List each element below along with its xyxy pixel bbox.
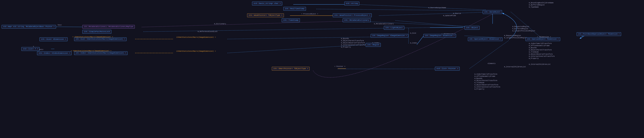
node-std-map[interactable]: std::map< std::string, MetaDataObjectBas… — [2, 25, 56, 29]
svg-text:m_ObjectParentTransform: m_ObjectParentTransform — [474, 80, 497, 81]
svg-text:keys: keys — [58, 24, 62, 26]
node-itk-spatialobject-vd[interactable]: itk::SpatialObject< VDimension > — [468, 37, 502, 41]
svg-text:m_InternalChildrenList: m_InternalChildrenList — [529, 64, 550, 65]
node-itk-weakpointer-tobj[interactable]: itk::WeakPointer< TObjectType > — [247, 13, 284, 17]
svg-text:m_SourceOutputName: m_SourceOutputName — [428, 7, 446, 9]
svg-text:m_AffineGeometryFrame: m_AffineGeometryFrame — [529, 45, 550, 47]
svg-text:m_TreeNode: m_TreeNode — [529, 51, 539, 53]
svg-text:m_InternalInverseTransform: m_InternalInverseTransform — [341, 44, 367, 46]
svg-text:m_Property: m_Property — [529, 58, 539, 59]
svg-text:m_ObjectReverseTransform: m_ObjectReverseTransform — [529, 53, 552, 55]
node-itk-index-vid[interactable]: itk::Index< VIndexDimension > — [37, 51, 72, 55]
svg-text:m_MetaDataDictionary: m_MetaDataDictionary — [374, 23, 394, 25]
svg-text:m_Property: m_Property — [341, 46, 351, 48]
node-itk-smartpointer[interactable]: itk::SmartPointer< TObjectType > — [272, 67, 310, 70]
svg-text:m_AffineGeometryFrame: m_AffineGeometryFrame — [474, 75, 495, 77]
svg-text:m_BoundingBoxChildrenName: m_BoundingBoxChildrenName — [529, 2, 554, 4]
svg-text:m_TypeName: m_TypeName — [529, 6, 539, 8]
svg-text:m_ObjectParentTransform: m_ObjectParentTransform — [341, 40, 364, 42]
node-itk-index-static[interactable]: itk::Index< tkGetStaticConstMacro(ImageD… — [74, 51, 128, 55]
svg-text:m_InternalInverseTransform: m_InternalInverseTransform — [529, 56, 554, 57]
svg-text:m_ObjectReverseTransform: m_ObjectReverseTransform — [474, 84, 498, 86]
svg-text:m_InternalInverseTransform: m_InternalInverseTransform — [474, 86, 500, 88]
svg-text:m_Index: m_Index — [410, 42, 417, 44]
svg-text:m_InternalChildrenList: m_InternalChildrenList — [504, 66, 526, 68]
svg-text:m_TreeNode: m_TreeNode — [474, 82, 484, 84]
node-itk-region[interactable]: itk::Region — [366, 43, 381, 47]
svg-text:m_Dictionary: m_Dictionary — [214, 23, 226, 25]
svg-text:m_BufferedRegion: m_BufferedRegion — [529, 4, 545, 6]
node-itk-metadatadict[interactable]: itk::MetaDataDictionary — [343, 18, 371, 22]
node-itk-imageregion-vd[interactable]: itk::ImageRegion< VDimension > — [424, 34, 456, 38]
node-itk-metadatadict-map[interactable]: itk::MetaDataDictionary::MetaDataDiction… — [82, 25, 135, 29]
svg-text:m_BufferedRegion: m_BufferedRegion — [512, 28, 528, 30]
svg-text:m_Bounds: m_Bounds — [529, 47, 537, 49]
node-std-basic-string[interactable]: std::basic_string< char > — [252, 2, 282, 5]
node-itk-pointbased[interactable]: itk::PointBasedSpatialObject< TDimension… — [576, 32, 621, 36]
svg-text:m_ObjectParentTransform: m_ObjectParentTransform — [529, 49, 552, 51]
diagram-svg: < ProcessObject > keys K — [0, 0, 644, 138]
svg-text:elements: elements — [488, 63, 496, 65]
svg-text:m_IndexToWorldTransform: m_IndexToWorldTransform — [474, 73, 497, 75]
svg-text:m_UpdateMTime: m_UpdateMTime — [443, 15, 456, 17]
node-itk-lightobject[interactable]: itk::LightObject — [384, 26, 404, 30]
svg-text:itkGetStaticConstMacro(ImageDi: itkGetStaticConstMacro(ImageDimension) > — [176, 36, 216, 38]
svg-text:m_Bounds: m_Bounds — [474, 78, 482, 79]
node-std-string[interactable]: std::string — [344, 2, 359, 5]
node-itk-realtimestamp[interactable]: itk::RealTimeStamp — [283, 7, 306, 11]
node-itk-dataobject[interactable]: itk::DataObject — [483, 10, 502, 14]
node-itk-weakpointer-proc[interactable]: itk::WeakPointer< ProcessObject > — [333, 13, 372, 17]
svg-text:itkGetStaticConstMacro(ImageDi: itkGetStaticConstMacro(ImageDimension) > — [176, 50, 216, 52]
node-itk-size-vd[interactable]: itk::Size< VDimension > — [40, 37, 68, 41]
svg-text:m_Size: m_Size — [410, 32, 416, 34]
node-itk-timestamp[interactable]: itk::TimeStamp — [282, 18, 300, 22]
node-itk-simplemutex[interactable]: itk::SimpleFastMutexLock — [82, 30, 111, 34]
svg-rect-0 — [0, 0, 644, 138]
node-itk-size-static[interactable]: itk::Size< tkGetStaticConstMacro(ImageDi… — [74, 37, 126, 41]
svg-text:m_ReferenceCoundLock: m_ReferenceCoundLock — [198, 31, 218, 32]
node-itk-spatialobject-td[interactable]: itk::SpatialObject< TDimension > — [526, 37, 560, 41]
node-std-list-t[interactable]: std::list< T > — [22, 47, 40, 51]
svg-text:m_LargestPossibleRegion: m_LargestPossibleRegion — [504, 37, 527, 39]
svg-text:m_ObjectReverseTransform: m_ObjectReverseTransform — [341, 42, 365, 44]
node-itk-object[interactable]: itk::Object — [464, 26, 480, 30]
node-itk-imageregion-vid[interactable]: itk::ImageRegion< VImageDimension > — [371, 34, 408, 38]
svg-text:m_IndexToWorldTransform: m_IndexToWorldTransform — [529, 43, 552, 45]
node-std-list-pointer[interactable]: std::list< Pointer > — [435, 67, 460, 70]
svg-text:m_Property: m_Property — [474, 88, 484, 90]
diagram-container: < ProcessObject > keys K — [0, 0, 644, 138]
svg-text:< ProcessObject >: < ProcessObject > — [301, 13, 318, 15]
svg-text:m_Bounds: m_Bounds — [341, 38, 349, 40]
svg-text:m_Source: m_Source — [453, 13, 461, 14]
svg-text:< Pointer >: < Pointer > — [334, 66, 345, 68]
svg-text:m_RequestedRegion: m_RequestedRegion — [512, 26, 529, 28]
